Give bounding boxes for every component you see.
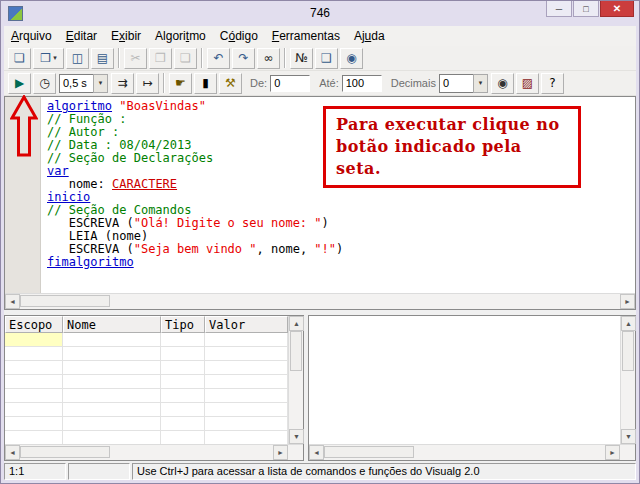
watch-cell[interactable]: [161, 375, 205, 389]
watch-cell[interactable]: [205, 403, 288, 417]
watch-cell[interactable]: [63, 375, 161, 389]
scroll-left-button[interactable]: ◄: [5, 294, 20, 309]
range-end-input[interactable]: [342, 75, 382, 92]
menu-ferramentas[interactable]: Ferramentas: [265, 27, 347, 45]
minimize-button[interactable]: ─: [546, 1, 572, 17]
watch-cell[interactable]: [63, 333, 161, 347]
interval-select[interactable]: 0,5 s▾: [59, 74, 108, 93]
scroll-right-button[interactable]: ►: [273, 445, 288, 460]
scroll-left-button[interactable]: ◄: [309, 445, 324, 460]
watch-header-nome[interactable]: Nome: [63, 316, 161, 333]
watch-cell[interactable]: [205, 333, 288, 347]
print-source-button[interactable]: ❑: [315, 48, 338, 69]
watch-row[interactable]: [5, 347, 288, 361]
watch-cell[interactable]: [161, 361, 205, 375]
watch-cell[interactable]: [5, 389, 63, 403]
debug-button[interactable]: ⚒: [219, 73, 242, 94]
execute-button[interactable]: ▶: [8, 73, 31, 94]
watch-horizontal-scrollbar[interactable]: ◄ ►: [5, 444, 303, 460]
scrollbar-thumb[interactable]: [20, 295, 110, 307]
watch-cell[interactable]: [205, 389, 288, 403]
menu-exibir[interactable]: Exibir: [104, 27, 148, 45]
watch-cell[interactable]: [63, 389, 161, 403]
scroll-down-button[interactable]: ▼: [289, 429, 304, 444]
watch-cell[interactable]: [161, 347, 205, 361]
title-bar[interactable]: 746 ─ □ ✕: [4, 1, 636, 26]
watch-cell[interactable]: [5, 403, 63, 417]
watch-cell[interactable]: [63, 361, 161, 375]
redo-button[interactable]: ↷: [232, 48, 255, 69]
line-numbers-button[interactable]: №: [290, 48, 313, 69]
watch-cell[interactable]: [5, 375, 63, 389]
output-vertical-scrollbar[interactable]: ▲ ▼: [620, 316, 635, 444]
scrollbar-track[interactable]: [289, 331, 303, 429]
new-file-button[interactable]: ❏: [8, 48, 31, 69]
watch-row[interactable]: [5, 361, 288, 375]
menu-ajuda[interactable]: Ajuda: [347, 27, 392, 45]
watch-grid[interactable]: EscopoNomeTipoValor: [5, 316, 288, 444]
scrollbar-thumb[interactable]: [290, 331, 302, 371]
watch-cell[interactable]: [63, 347, 161, 361]
range-start-input[interactable]: [270, 75, 310, 92]
watch-cell[interactable]: [161, 431, 205, 444]
scroll-left-button[interactable]: ◄: [5, 445, 20, 460]
watch-header-escopo[interactable]: Escopo: [5, 316, 63, 333]
watch-cell[interactable]: [205, 361, 288, 375]
watch-row[interactable]: [5, 431, 288, 444]
watch-vertical-scrollbar[interactable]: ▲ ▼: [288, 316, 303, 444]
menu-editar[interactable]: Editar: [59, 27, 104, 45]
pause-button[interactable]: ☛: [169, 73, 192, 94]
watch-cell[interactable]: [5, 417, 63, 431]
watch-cell[interactable]: [205, 375, 288, 389]
save-button[interactable]: ◫: [66, 48, 89, 69]
watch-cell[interactable]: [5, 333, 63, 347]
watch-cell[interactable]: [161, 333, 205, 347]
find-button[interactable]: ∞: [257, 48, 280, 69]
watch-cell[interactable]: [205, 417, 288, 431]
breakpoint-button[interactable]: ▨: [516, 73, 539, 94]
scroll-right-button[interactable]: ►: [605, 445, 620, 460]
scroll-up-button[interactable]: ▲: [621, 316, 636, 331]
watch-header-tipo[interactable]: Tipo: [161, 316, 205, 333]
watch-cell[interactable]: [63, 403, 161, 417]
watch-row[interactable]: [5, 375, 288, 389]
watch-cell[interactable]: [161, 389, 205, 403]
scrollbar-track[interactable]: [20, 445, 273, 460]
print-preview-button[interactable]: ◉: [340, 48, 363, 69]
watch-cell[interactable]: [63, 417, 161, 431]
chevron-down-icon[interactable]: ▾: [53, 54, 57, 62]
paste-button[interactable]: ❏: [174, 48, 197, 69]
close-button[interactable]: ✕: [600, 1, 634, 17]
scroll-down-button[interactable]: ▼: [621, 429, 636, 444]
watch-row[interactable]: [5, 417, 288, 431]
decimals-select[interactable]: 0▾: [439, 74, 488, 93]
chevron-down-icon[interactable]: ▾: [93, 74, 108, 93]
menu-arquivo[interactable]: Arquivo: [4, 27, 59, 45]
scrollbar-track[interactable]: [20, 294, 620, 309]
scroll-up-button[interactable]: ▲: [289, 316, 304, 331]
watch-cell[interactable]: [205, 347, 288, 361]
scrollbar-thumb[interactable]: [622, 331, 634, 371]
chevron-down-icon[interactable]: ▾: [473, 74, 488, 93]
execute-with-delay-button[interactable]: ◷: [33, 73, 56, 94]
evaluate-button[interactable]: ◉: [491, 73, 514, 94]
watch-cell[interactable]: [5, 431, 63, 444]
watch-cell[interactable]: [5, 347, 63, 361]
run-to-cursor-button[interactable]: ↦: [136, 73, 159, 94]
watch-row[interactable]: [5, 403, 288, 417]
copy-button[interactable]: ❐: [149, 48, 172, 69]
scrollbar-thumb[interactable]: [20, 446, 110, 458]
open-file-button[interactable]: ❒▾: [33, 48, 64, 69]
watch-row[interactable]: [5, 389, 288, 403]
cut-button[interactable]: ✂: [124, 48, 147, 69]
menu-algoritmo[interactable]: Algoritmo: [148, 27, 213, 45]
undo-button[interactable]: ↶: [207, 48, 230, 69]
watch-cell[interactable]: [5, 361, 63, 375]
scrollbar-thumb[interactable]: [324, 446, 414, 458]
watch-row[interactable]: [5, 333, 288, 347]
watch-cell[interactable]: [205, 431, 288, 444]
output-horizontal-scrollbar[interactable]: ◄ ►: [309, 444, 635, 460]
watch-header-valor[interactable]: Valor: [205, 316, 288, 333]
scrollbar-track[interactable]: [324, 445, 605, 460]
watch-cell[interactable]: [63, 431, 161, 444]
